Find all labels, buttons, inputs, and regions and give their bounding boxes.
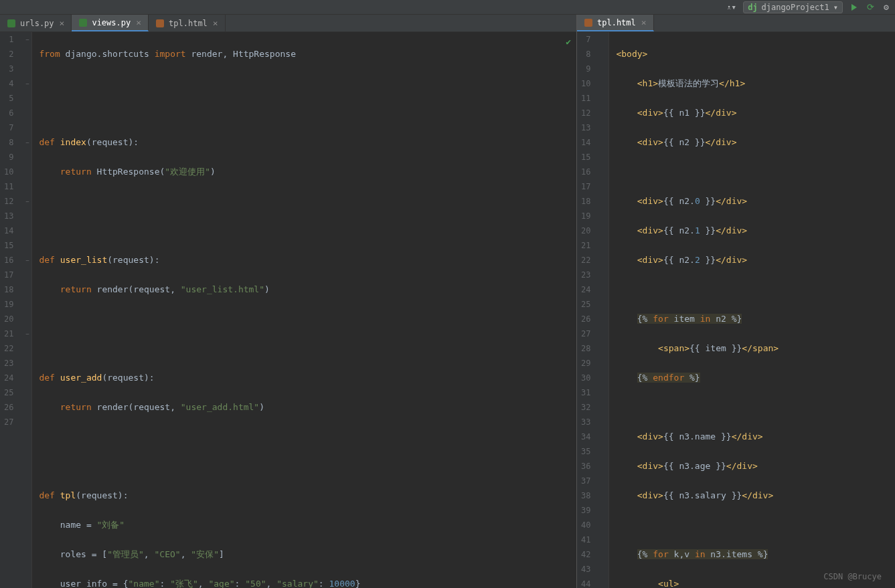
close-icon[interactable]: × [641,17,647,27]
fold-handle[interactable] [600,209,608,223]
fold-handle[interactable] [23,371,31,385]
fold-handle[interactable]: − [23,326,31,341]
fold-handle[interactable] [23,150,31,165]
fold-handle[interactable] [600,223,608,238]
tab-label: urls.py [20,19,54,28]
fold-handle[interactable] [23,312,31,326]
project-name: djangoProject1 [762,3,829,12]
line-number: 24 [4,371,13,385]
fold-handle[interactable]: − [23,253,31,268]
fold-handle[interactable] [23,179,31,194]
tab-tpl-html-right[interactable]: tpl.html × [577,15,654,31]
editor-left[interactable]: ✔ 12345678910111213141516171819202122232… [0,32,576,588]
run-icon[interactable] [849,3,859,12]
watermark: CSDN @Brucye [823,572,882,581]
fold-handle[interactable] [600,32,608,47]
line-number: 18 [581,194,590,209]
line-number: 15 [4,238,13,253]
fold-handle[interactable] [600,253,608,268]
code-area-left[interactable]: from django.shortcuts import render, Htt… [32,32,576,588]
fold-handle[interactable] [600,47,608,62]
fold-handle[interactable] [600,415,608,429]
fold-handle[interactable] [23,120,31,135]
user-menu-icon[interactable]: ▾ [727,3,736,12]
fold-handle[interactable] [23,223,31,238]
fold-handle[interactable] [23,47,31,62]
fold-handle[interactable]: − [23,32,31,47]
line-number: 22 [581,253,590,268]
tab-urls-py[interactable]: urls.py × [0,15,72,31]
fold-handle[interactable] [23,341,31,356]
fold-handle[interactable] [600,165,608,179]
fold-handle[interactable] [600,488,608,503]
fold-handle[interactable] [600,312,608,326]
fold-handle[interactable] [600,179,608,194]
fold-handle[interactable] [600,400,608,415]
fold-handle[interactable] [23,400,31,415]
fold-handle[interactable] [23,268,31,282]
fold-handle[interactable] [600,268,608,282]
fold-handle[interactable] [600,577,608,588]
fold-handle[interactable] [23,238,31,253]
fold-handle[interactable] [23,297,31,312]
close-icon[interactable]: × [136,17,141,27]
fold-handle[interactable] [600,562,608,577]
fold-handle[interactable] [600,356,608,371]
line-number: 6 [4,106,13,120]
line-number: 39 [581,503,590,518]
fold-handle[interactable] [600,532,608,547]
fold-handle[interactable] [600,385,608,400]
fold-handle[interactable] [600,547,608,562]
fold-handle[interactable] [600,371,608,385]
fold-handle[interactable] [23,282,31,297]
fold-handle[interactable] [23,385,31,400]
code-area-right[interactable]: <body> <h1>模板语法的学习</h1> <div>{{ n1 }}</d… [609,32,895,588]
fold-handle[interactable] [23,106,31,120]
tab-label: tpl.html [169,19,208,28]
fold-handle[interactable]: − [23,135,31,150]
fold-handle[interactable] [600,62,608,76]
line-number: 35 [581,444,590,459]
tab-views-py[interactable]: views.py × [72,15,149,31]
tab-bar-right: tpl.html × [577,15,895,32]
fold-handle[interactable] [600,444,608,459]
fold-handle[interactable] [600,194,608,209]
fold-handle[interactable] [600,106,608,120]
fold-handle[interactable] [600,341,608,356]
fold-handle[interactable] [600,238,608,253]
fold-handle[interactable] [600,518,608,532]
project-selector[interactable]: dj djangoProject1 ▾ [743,1,843,13]
fold-handle[interactable] [600,120,608,135]
fold-handle[interactable] [600,503,608,518]
line-number: 15 [581,150,590,165]
fold-handle[interactable] [600,297,608,312]
line-number: 13 [4,209,13,223]
fold-handle[interactable] [600,76,608,91]
fold-handle[interactable] [600,282,608,297]
python-file-icon [7,19,16,28]
fold-handle[interactable] [23,62,31,76]
tab-tpl-html[interactable]: tpl.html × [149,15,226,31]
line-number: 33 [581,415,590,429]
reload-icon[interactable]: ⟳ [866,3,875,12]
close-icon[interactable]: × [213,18,218,28]
line-number: 26 [4,400,13,415]
fold-handle[interactable] [600,150,608,165]
settings-icon[interactable]: ⚙ [882,3,891,12]
fold-handle[interactable] [23,91,31,106]
fold-handle[interactable] [600,91,608,106]
fold-handle[interactable] [600,326,608,341]
fold-handle[interactable] [600,474,608,488]
fold-handle[interactable]: − [23,194,31,209]
line-number: 17 [581,179,590,194]
fold-handle[interactable] [600,429,608,444]
fold-handle[interactable] [23,165,31,179]
fold-handle[interactable]: − [23,76,31,91]
fold-handle[interactable] [600,135,608,150]
fold-handle[interactable] [23,415,31,429]
close-icon[interactable]: × [60,18,65,28]
fold-handle[interactable] [600,459,608,474]
editor-right[interactable]: 7891011121314151617181920212223242526272… [577,32,895,588]
fold-handle[interactable] [23,209,31,223]
fold-handle[interactable] [23,356,31,371]
